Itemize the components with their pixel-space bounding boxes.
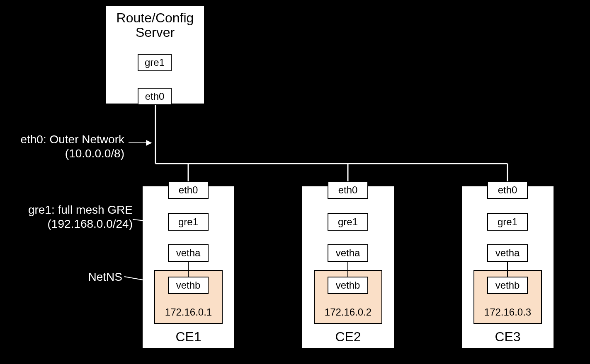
route-server-title-line2: Server bbox=[136, 25, 175, 40]
ce1-ip: 172.16.0.1 bbox=[154, 306, 223, 318]
ce2-label: CE2 bbox=[301, 329, 395, 345]
route-server-title: Route/Config Server bbox=[106, 11, 204, 40]
ce2-veth-link bbox=[347, 262, 348, 277]
ce1-eth0: eth0 bbox=[168, 181, 209, 199]
ce3-veth-link bbox=[507, 262, 508, 277]
ce2-ip: 172.16.0.2 bbox=[314, 306, 382, 318]
ce2-vetha: vetha bbox=[328, 244, 368, 262]
route-server-eth0: eth0 bbox=[138, 88, 172, 105]
ce3-gre1: gre1 bbox=[487, 213, 528, 231]
gre-mesh-label: gre1: full mesh GRE (192.168.0.0/24) bbox=[8, 203, 133, 231]
ce1-vethb: vethb bbox=[168, 277, 209, 294]
ce3-vethb: vethb bbox=[487, 277, 528, 294]
ce3-ip: 172.16.0.3 bbox=[473, 306, 542, 318]
route-server-title-line1: Route/Config bbox=[117, 10, 194, 25]
ce1-veth-link bbox=[188, 262, 189, 277]
route-server-gre1: gre1 bbox=[138, 54, 172, 71]
ce3-label: CE3 bbox=[461, 329, 554, 345]
ce1-vetha: vetha bbox=[168, 244, 209, 262]
ce3-eth0: eth0 bbox=[487, 181, 528, 199]
ce1-label: CE1 bbox=[142, 329, 235, 345]
netns-label: NetNS bbox=[64, 270, 122, 284]
ce2-vethb: vethb bbox=[328, 277, 368, 294]
outer-network-label: eth0: Outer Network (10.0.0.0/8) bbox=[0, 133, 124, 160]
ce1-gre1: gre1 bbox=[168, 213, 209, 231]
ce2-gre1: gre1 bbox=[328, 213, 368, 231]
ce3-vetha: vetha bbox=[487, 244, 528, 262]
ce2-eth0: eth0 bbox=[328, 181, 368, 199]
